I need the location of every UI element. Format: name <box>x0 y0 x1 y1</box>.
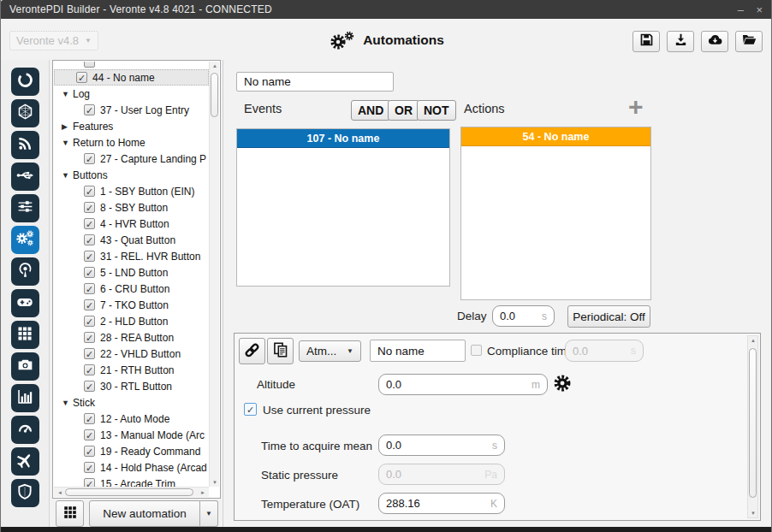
scroll-left-icon[interactable]: ◄ <box>55 490 65 495</box>
and-button[interactable]: AND <box>351 100 390 121</box>
tree-item-checkbox[interactable]: ✓ <box>84 299 95 310</box>
scroll-down-icon[interactable]: ▼ <box>748 511 758 516</box>
scrollbar-thumb[interactable] <box>211 73 218 117</box>
scroll-right-icon[interactable]: ► <box>198 490 208 495</box>
tree-item[interactable]: ✓1 - SBY Button (EIN) <box>54 183 209 199</box>
sidebar-item-gamepad[interactable] <box>11 289 39 317</box>
tree-group[interactable]: ▼Buttons <box>54 167 209 183</box>
or-button[interactable]: OR <box>388 100 419 121</box>
save-button[interactable] <box>632 31 660 52</box>
automations-grid-button[interactable] <box>56 500 84 527</box>
tree-item[interactable]: ✓31 - REL. HVR Button <box>54 248 209 264</box>
sidebar-item-wireframe-sphere[interactable] <box>11 99 39 127</box>
tree-item[interactable]: ✓2 - HLD Button <box>54 313 209 329</box>
action-item-selected[interactable]: 54 - No name <box>461 127 650 146</box>
link-button[interactable] <box>239 338 265 364</box>
tree-item[interactable]: ✓8 - SBY Button <box>54 199 209 216</box>
sidebar-item-shield[interactable] <box>11 479 39 507</box>
scroll-down-icon[interactable]: ▼ <box>210 480 220 485</box>
tree-group[interactable]: ▶Features <box>54 118 209 134</box>
tree-item-checkbox[interactable]: ✓ <box>84 104 95 115</box>
automation-name-input[interactable]: No name <box>236 72 394 92</box>
sidebar-item-grid[interactable] <box>11 321 39 349</box>
tree-item-checkbox[interactable] <box>84 62 95 68</box>
sidebar-item-camera[interactable] <box>11 352 39 381</box>
not-button[interactable]: NOT <box>417 100 456 121</box>
sidebar-item-gauge[interactable] <box>11 416 39 444</box>
sidebar-item-gears[interactable] <box>11 226 39 254</box>
triangle-collapsed-icon[interactable]: ▶ <box>62 122 73 131</box>
editor-vertical-scrollbar[interactable]: ▲ ▼ <box>747 335 758 518</box>
minimize-button[interactable]: – <box>738 0 744 19</box>
sidebar-item-rss[interactable] <box>11 131 39 159</box>
tree-item-checkbox[interactable]: ✓ <box>84 478 95 487</box>
tree-item[interactable]: ✓44 - No name <box>54 69 209 86</box>
sidebar-item-bar-chart[interactable] <box>11 384 39 412</box>
tree-item[interactable]: ✓6 - CRU Button <box>54 281 209 297</box>
time-to-acquire-mean-input[interactable]: 0.0 s <box>378 434 505 456</box>
tree-item-checkbox[interactable]: ✓ <box>84 446 95 457</box>
tree-item[interactable]: ✓30 - RTL Button <box>54 378 209 394</box>
add-action-button[interactable]: + <box>628 96 644 118</box>
tree-group[interactable]: ▼Stick <box>54 394 209 411</box>
tree-item-checkbox[interactable]: ✓ <box>84 283 95 294</box>
tree-item[interactable]: ✓21 - RTH Button <box>54 362 209 378</box>
triangle-expanded-icon[interactable]: ▼ <box>62 139 73 147</box>
tree-item-checkbox[interactable]: ✓ <box>84 218 95 229</box>
tree-item[interactable]: ✓13 - Manual Mode (Arc <box>54 427 209 443</box>
scrollbar-thumb[interactable] <box>749 348 757 498</box>
tree-horizontal-scrollbar[interactable]: ◄ ► <box>54 487 209 497</box>
tree-item-checkbox[interactable]: ✓ <box>84 316 95 327</box>
tree-item-checkbox[interactable]: ✓ <box>84 462 95 473</box>
tree-item-checkbox[interactable]: ✓ <box>84 267 95 278</box>
use-current-pressure-checkbox[interactable]: ✓ <box>244 403 257 416</box>
tree-item-checkbox[interactable]: ✓ <box>84 364 95 375</box>
tree-item-checkbox[interactable]: ✓ <box>84 429 95 440</box>
new-automation-dropdown[interactable]: ▼ <box>200 500 218 527</box>
tree-item-checkbox[interactable]: ✓ <box>84 186 95 197</box>
tree-item[interactable]: ✓19 - Ready Command <box>54 443 209 459</box>
tree-item-checkbox[interactable]: ✓ <box>84 153 95 164</box>
sidebar-item-usb[interactable] <box>11 163 39 191</box>
tree-item-checkbox[interactable]: ✓ <box>84 381 95 392</box>
tree-item[interactable]: ✓4 - HVR Button <box>54 216 209 232</box>
tree-item-checkbox[interactable]: ✓ <box>84 332 95 343</box>
tree-vertical-scrollbar[interactable]: ▲ ▼ <box>209 62 219 487</box>
scrollbar-thumb[interactable] <box>65 488 193 496</box>
copy-button[interactable] <box>267 338 294 364</box>
action-name-input[interactable]: No name <box>370 340 466 362</box>
tree-item[interactable]: ✓15 - Arcade Trim <box>54 476 209 487</box>
tree-item-checkbox[interactable]: ✓ <box>84 234 95 245</box>
sidebar-item-sliders[interactable] <box>11 194 39 222</box>
close-button[interactable]: × <box>756 0 763 19</box>
tree-item[interactable]: ✓12 - Auto Mode <box>54 411 209 427</box>
scroll-up-icon[interactable]: ▲ <box>748 338 758 343</box>
altitude-input[interactable]: 0.0 m <box>378 374 548 395</box>
triangle-expanded-icon[interactable]: ▼ <box>62 171 73 180</box>
tree-item[interactable]: ✓14 - Hold Phase (Arcad <box>54 459 209 476</box>
tree-item[interactable]: ✓28 - REA Button <box>54 329 209 346</box>
compliance-time-checkbox[interactable] <box>471 345 482 356</box>
tree-item[interactable]: ✓37 - User Log Entry <box>54 102 209 118</box>
download-button[interactable] <box>667 31 694 52</box>
tree-item-checkbox[interactable]: ✓ <box>76 72 87 83</box>
tree-item[interactable]: ✓7 - TKO Button <box>54 297 209 313</box>
tree-item-checkbox[interactable]: ✓ <box>84 202 95 213</box>
tree-item-checkbox[interactable]: ✓ <box>84 251 95 262</box>
open-folder-button[interactable] <box>735 31 763 52</box>
tree-item[interactable]: ✓27 - Capture Landing P <box>54 151 209 167</box>
new-automation-button[interactable]: New automation <box>89 500 200 527</box>
sidebar-item-plane[interactable] <box>11 447 39 476</box>
tree-item[interactable]: ✓5 - LND Button <box>54 264 209 281</box>
sidebar-item-open-ring[interactable] <box>11 68 39 96</box>
tree-item-checkbox[interactable]: ✓ <box>84 413 95 424</box>
cloud-download-button[interactable] <box>701 31 728 52</box>
delay-input[interactable]: 0.0 s <box>492 305 555 327</box>
tree-group[interactable]: ▼Log <box>54 86 209 102</box>
periodical-button[interactable]: Periodical: Off <box>567 305 650 328</box>
triangle-expanded-icon[interactable]: ▼ <box>62 90 73 98</box>
tree-item[interactable]: ✓22 - VHLD Button <box>54 346 209 362</box>
event-item-selected[interactable]: 107 - No name <box>237 129 449 148</box>
tree-group[interactable]: ▼Return to Home <box>54 134 209 151</box>
tree-item-checkbox[interactable]: ✓ <box>84 348 95 359</box>
